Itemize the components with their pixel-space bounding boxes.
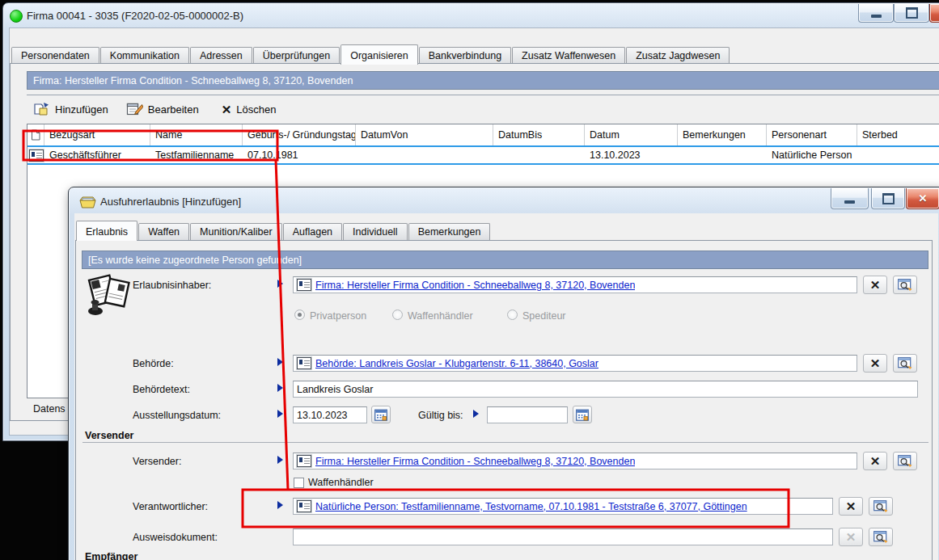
minimize-icon — [844, 200, 855, 204]
col-name[interactable]: Name — [150, 124, 243, 145]
col-datumbis[interactable]: DatumBis — [493, 124, 585, 145]
radio-privatperson[interactable] — [294, 309, 305, 320]
jump-arrow-icon[interactable] — [277, 501, 283, 509]
ausstellungsdatum-calendar-button[interactable] — [371, 406, 391, 423]
table-row[interactable]: Geschäftsführer Testfamilienname 07.10.1… — [27, 145, 939, 165]
clear-x-icon: ✕ — [846, 531, 857, 543]
maximize-icon — [882, 193, 895, 204]
add-button[interactable]: Hinzufügen — [30, 100, 112, 118]
magnifier-window-icon — [873, 531, 888, 543]
dialog-title: Ausfuhrerlaubnis [Hinzufügen] — [100, 196, 241, 208]
col-personenart[interactable]: Personenart — [767, 124, 857, 145]
col-sterbedatum[interactable]: Sterbed — [857, 124, 939, 145]
dialog-tabbar: Erlaubnis Waffen Munition/Kaliber Auflag… — [76, 220, 491, 240]
tab-personendaten[interactable]: Personendaten — [11, 47, 99, 64]
behoerdetext-input[interactable]: Landkreis Goslar — [293, 381, 918, 398]
verantwortlicher-preview-button[interactable] — [869, 497, 893, 516]
radio-spediteur[interactable] — [507, 309, 518, 320]
cell-sterbedatum — [857, 147, 939, 163]
toolbar: Hinzufügen Bearbeiten ✕ Löschen — [30, 98, 279, 120]
erlaubnisinhaber-field: Firma: Hersteller Firma Condition - Schn… — [293, 276, 857, 293]
tab-bankverbindung[interactable]: Bankverbindung — [419, 47, 511, 64]
tab-zusatz-jagdwesen[interactable]: Zusatz Jagdwesen — [626, 47, 730, 64]
ausstellungsdatum-label: Ausstellungsdatum: — [133, 410, 221, 421]
erlaubnisinhaber-link[interactable]: Firma: Hersteller Firma Condition - Schn… — [315, 280, 635, 291]
maximize-icon — [906, 7, 918, 19]
magnifier-window-icon — [898, 455, 912, 467]
dialog-minimize-button[interactable] — [831, 188, 869, 209]
ausstellungsdatum-input[interactable]: 13.10.2023 — [293, 406, 367, 423]
behoerde-clear-button[interactable]: ✕ — [863, 354, 887, 373]
ausweisdokument-clear-button[interactable]: ✕ — [839, 528, 863, 546]
tab-kommunikation[interactable]: Kommunikation — [100, 47, 189, 64]
waffenhaendler-checkbox-label: Waffenhändler — [308, 477, 374, 488]
col-gruendungstag[interactable]: Geburts-/ Gründungstag — [243, 124, 356, 145]
jump-arrow-icon[interactable] — [277, 280, 283, 288]
page-add-icon — [33, 102, 50, 116]
maximize-button[interactable] — [894, 4, 929, 23]
tab-auflagen[interactable]: Auflagen — [283, 223, 342, 240]
record-card-icon — [297, 279, 311, 291]
tab-adressen[interactable]: Adressen — [190, 47, 252, 64]
minimize-button[interactable] — [858, 4, 894, 23]
tab-waffen[interactable]: Waffen — [138, 223, 189, 240]
verantwortlicher-label: Verantwortlicher: — [133, 501, 208, 512]
versender-field: Firma: Hersteller Firma Condition - Schn… — [293, 453, 857, 469]
erlaubnisinhaber-clear-button[interactable]: ✕ — [863, 276, 887, 294]
tab-bemerkungen[interactable]: Bemerkungen — [408, 223, 491, 240]
col-bezugsart[interactable]: Bezugsart — [44, 124, 150, 145]
tab-individuell[interactable]: Individuell — [343, 223, 408, 240]
jump-arrow-icon[interactable] — [277, 358, 283, 366]
versender-clear-button[interactable]: ✕ — [863, 452, 887, 470]
waffenhaendler-checkbox[interactable] — [294, 478, 304, 488]
record-header-text: Firma: Hersteller Firma Condition - Schn… — [33, 75, 353, 86]
tab-erlaubnis[interactable]: Erlaubnis — [76, 221, 137, 241]
jump-arrow-icon[interactable] — [277, 410, 283, 418]
radio-waffenhaendler-label: Waffenhändler — [408, 310, 473, 322]
tab-munition-kaliber[interactable]: Munition/Kaliber — [190, 223, 282, 240]
tab-organisieren[interactable]: Organisieren — [340, 44, 418, 65]
magnifier-window-icon — [898, 279, 912, 291]
delete-button[interactable]: ✕ Löschen — [218, 102, 280, 117]
col-bemerkungen[interactable]: Bemerkungen — [678, 124, 767, 145]
calendar-icon — [374, 409, 387, 421]
toolbar-divider — [27, 95, 939, 95]
cell-bezugsart: Geschäftsführer — [44, 147, 150, 163]
radio-spediteur-label: Spediteur — [522, 310, 566, 322]
status-text: Datens — [33, 403, 66, 415]
dialog-close-button[interactable]: ✕ — [906, 188, 939, 209]
document-column-header[interactable] — [27, 124, 44, 145]
main-tabbar: Personendaten Kommunikation Adressen Übe… — [11, 44, 730, 64]
assigned-person-info-text: [Es wurde keine zugeordnete Person gefun… — [88, 255, 302, 266]
erlaubnisinhaber-preview-button[interactable] — [893, 276, 917, 294]
verantwortlicher-clear-button[interactable]: ✕ — [839, 497, 863, 516]
jump-arrow-icon[interactable] — [277, 456, 283, 464]
ausstellungsdatum-value: 13.10.2023 — [297, 410, 348, 421]
clear-x-icon: ✕ — [870, 279, 881, 291]
col-datum[interactable]: Datum — [585, 124, 678, 145]
gueltig-bis-calendar-button[interactable] — [573, 406, 592, 423]
tab-zusatz-waffenwesen[interactable]: Zusatz Waffenwesen — [512, 47, 625, 64]
cell-personenart: Natürliche Person — [767, 147, 857, 163]
cell-gruendungstag: 07.10.1981 — [243, 147, 356, 163]
behoerde-link[interactable]: Behörde: Landkreis Goslar - Klubgartenst… — [315, 358, 599, 369]
verantwortlicher-link[interactable]: Natürliche Person: Testfamilienname, Tes… — [315, 501, 747, 512]
versender-label: Versender: — [133, 456, 181, 467]
edit-button[interactable]: Bearbeiten — [123, 100, 202, 118]
dialog-maximize-button[interactable] — [871, 188, 905, 209]
gueltig-bis-input[interactable] — [487, 406, 568, 423]
cell-datumvon — [356, 147, 493, 163]
gueltig-bis-label: Gültig bis: — [418, 410, 463, 421]
radio-waffenhaendler[interactable] — [392, 309, 403, 320]
close-button[interactable]: ✕ — [929, 4, 939, 23]
behoerde-preview-button[interactable] — [893, 354, 917, 373]
col-datumvon[interactable]: DatumVon — [356, 124, 493, 145]
ausweisdokument-field[interactable] — [293, 528, 833, 545]
jump-arrow-icon[interactable] — [473, 410, 479, 418]
versender-link[interactable]: Firma: Hersteller Firma Condition - Schn… — [315, 456, 635, 467]
jump-arrow-icon[interactable] — [277, 384, 283, 392]
versender-preview-button[interactable] — [893, 452, 917, 470]
versender-section-line — [82, 442, 928, 443]
tab-ueberpruefungen[interactable]: Überprüfungen — [253, 47, 340, 64]
ausweisdokument-preview-button[interactable] — [869, 528, 893, 546]
